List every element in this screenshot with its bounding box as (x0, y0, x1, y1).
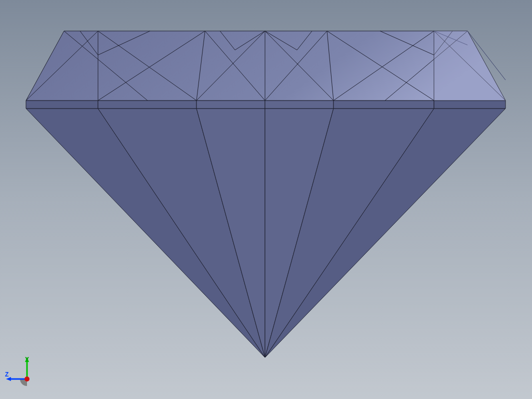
girdle-segment (434, 100, 506, 108)
girdle-segment (98, 100, 196, 108)
crown-highlight (434, 31, 506, 100)
axis-y-label: Y (25, 356, 29, 363)
girdle-segment (334, 100, 434, 108)
girdle-segment (196, 100, 265, 108)
model-render (0, 0, 532, 399)
girdle-segment (265, 100, 334, 108)
cad-3d-viewport[interactable]: Y Z (0, 0, 532, 399)
axis-z-label: Z (5, 371, 8, 378)
girdle-segment (26, 100, 98, 108)
